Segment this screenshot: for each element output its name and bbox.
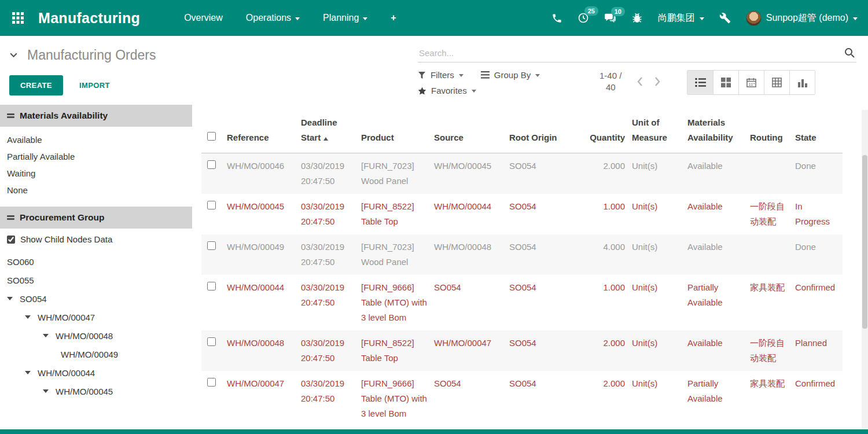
view-kanban-button[interactable] (713, 71, 738, 94)
cell-state[interactable]: Done (792, 234, 843, 275)
cell-quantity[interactable]: 2.000 (580, 371, 628, 426)
cell-source[interactable]: WH/MO/00045 (431, 153, 506, 194)
cell-product[interactable]: [FURN_9666] Table (MTO) with 3 level Bom (358, 275, 431, 330)
cell-product[interactable]: [FURN_8522] Table Top (358, 330, 431, 371)
cell-routing[interactable] (746, 234, 792, 275)
col-product[interactable]: Product (358, 105, 431, 153)
cell-root-origin[interactable]: SO054 (506, 330, 580, 371)
cell-uom[interactable]: Unit(s) (628, 194, 684, 234)
menu-operations[interactable]: Operations (246, 13, 300, 23)
cell-root-origin[interactable]: SO054 (506, 234, 580, 275)
cell-routing[interactable]: 一阶段自动装配 (746, 194, 792, 234)
col-deadline-start[interactable]: Deadline Start (297, 105, 358, 153)
user-menu[interactable]: Sunpop超管 (demo) (746, 10, 858, 26)
favorites-menu[interactable]: Favorites (418, 86, 476, 95)
cell-root-origin[interactable]: SO054 (506, 275, 580, 330)
view-calendar-button[interactable] (738, 71, 764, 94)
pager-next-icon[interactable] (652, 75, 663, 88)
table-row[interactable]: WH/MO/00048 03/30/2019 20:47:50 [FURN_85… (201, 330, 843, 371)
cell-source[interactable]: SO054 (431, 275, 506, 330)
cell-routing[interactable]: 家具装配 (746, 371, 792, 426)
col-source[interactable]: Source (431, 105, 506, 153)
table-row[interactable]: WH/MO/00044 03/30/2019 20:47:50 [FURN_96… (201, 275, 843, 330)
company-menu[interactable]: 尚鹏集团 (658, 12, 704, 24)
cell-source[interactable]: WH/MO/00048 (431, 234, 506, 275)
cell-state[interactable]: Confirmed (792, 275, 843, 330)
cell-quantity[interactable]: 4.000 (580, 234, 628, 275)
cell-uom[interactable]: Unit(s) (628, 234, 684, 275)
show-child-nodes-checkbox[interactable] (7, 236, 15, 244)
create-button[interactable]: CREATE (9, 75, 63, 95)
group-by-menu[interactable]: Group By (481, 70, 540, 80)
cell-product[interactable]: [FURN_9666] Table (MTO) with 3 level Bom (358, 371, 431, 426)
wrench-icon[interactable] (719, 12, 731, 24)
cell-reference[interactable]: WH/MO/00044 (223, 275, 297, 330)
cell-quantity[interactable]: 2.000 (580, 153, 628, 194)
cell-reference[interactable]: WH/MO/00045 (223, 194, 297, 234)
filter-partially-available[interactable]: Partially Available (0, 148, 192, 165)
cell-availability[interactable]: Available (684, 153, 746, 194)
show-child-nodes-checkbox-row[interactable]: Show Child Nodes Data (0, 229, 192, 249)
menu-overview[interactable]: Overview (184, 13, 223, 23)
col-uom[interactable]: Unit of Measure (628, 105, 684, 153)
tree-item-so060[interactable]: SO060 (0, 252, 192, 271)
view-graph-button[interactable] (789, 71, 815, 94)
cell-product[interactable]: [FURN_7023] Wood Panel (358, 234, 431, 275)
select-all-checkbox[interactable] (207, 132, 216, 141)
cell-reference[interactable]: WH/MO/00046 (223, 153, 297, 194)
cell-availability[interactable]: Partially Available (684, 275, 746, 330)
magnifier-icon[interactable] (844, 47, 855, 61)
tree-expand-icon[interactable] (43, 389, 56, 393)
cell-root-origin[interactable]: SO054 (506, 371, 580, 426)
pager-previous-icon[interactable] (635, 75, 645, 88)
phone-icon[interactable] (551, 13, 562, 24)
view-pivot-button[interactable] (764, 71, 789, 94)
filter-available[interactable]: Available (0, 131, 192, 148)
cell-state[interactable]: Planned (792, 330, 843, 371)
tree-item-mo00044[interactable]: WH/MO/00044 (0, 363, 192, 382)
col-availability[interactable]: Materials Availability (684, 105, 746, 153)
menu-planning[interactable]: Planning (323, 13, 367, 23)
cell-state[interactable]: In Progress (792, 194, 843, 234)
vertical-scrollbar[interactable] (862, 110, 868, 434)
row-checkbox[interactable] (207, 337, 216, 346)
cell-uom[interactable]: Unit(s) (628, 371, 684, 426)
cell-source[interactable]: SO054 (431, 371, 506, 426)
cell-routing[interactable] (746, 153, 792, 194)
cell-source[interactable]: WH/MO/00047 (431, 330, 506, 371)
tree-expand-icon[interactable] (25, 315, 38, 319)
table-row[interactable]: WH/MO/00049 03/30/2019 20:47:50 [FURN_70… (201, 234, 843, 275)
cell-availability[interactable]: Available (684, 194, 746, 234)
row-checkbox[interactable] (207, 160, 216, 169)
cell-reference[interactable]: WH/MO/00047 (223, 371, 297, 426)
cell-availability[interactable]: Available (684, 234, 746, 275)
row-checkbox[interactable] (207, 282, 216, 290)
col-state[interactable]: State (792, 105, 843, 153)
cell-quantity[interactable]: 2.000 (580, 330, 628, 371)
cell-routing[interactable]: 家具装配 (746, 275, 792, 330)
import-button[interactable]: IMPORT (79, 81, 110, 90)
cell-uom[interactable]: Unit(s) (628, 153, 684, 194)
cell-product[interactable]: [FURN_7023] Wood Panel (358, 153, 431, 194)
cell-quantity[interactable]: 1.000 (580, 194, 628, 234)
filter-none[interactable]: None (0, 182, 192, 198)
col-routing[interactable]: Routing (746, 105, 792, 153)
table-row[interactable]: WH/MO/00046 03/30/2019 20:47:50 [FURN_70… (201, 153, 843, 194)
cell-deadline[interactable]: 03/30/2019 20:47:50 (297, 194, 358, 234)
bug-icon[interactable] (631, 12, 643, 24)
search-input[interactable] (418, 44, 856, 62)
cell-availability[interactable]: Partially Available (684, 371, 746, 426)
cell-reference[interactable]: WH/MO/00048 (223, 330, 297, 371)
cell-deadline[interactable]: 03/30/2019 20:47:50 (297, 153, 358, 194)
view-list-button[interactable] (687, 71, 713, 94)
filter-waiting[interactable]: Waiting (0, 165, 192, 182)
row-checkbox[interactable] (207, 201, 216, 209)
col-reference[interactable]: Reference (223, 105, 297, 153)
activities-clock-icon[interactable]: 25 (578, 12, 589, 24)
cell-deadline[interactable]: 03/30/2019 20:47:50 (297, 234, 358, 275)
messages-chat-icon[interactable]: 10 (604, 13, 616, 24)
tree-expand-icon[interactable] (25, 371, 38, 374)
cell-routing[interactable]: 一阶段自动装配 (746, 330, 792, 371)
scrollbar-thumb[interactable] (862, 155, 867, 329)
cell-root-origin[interactable]: SO054 (506, 153, 580, 194)
